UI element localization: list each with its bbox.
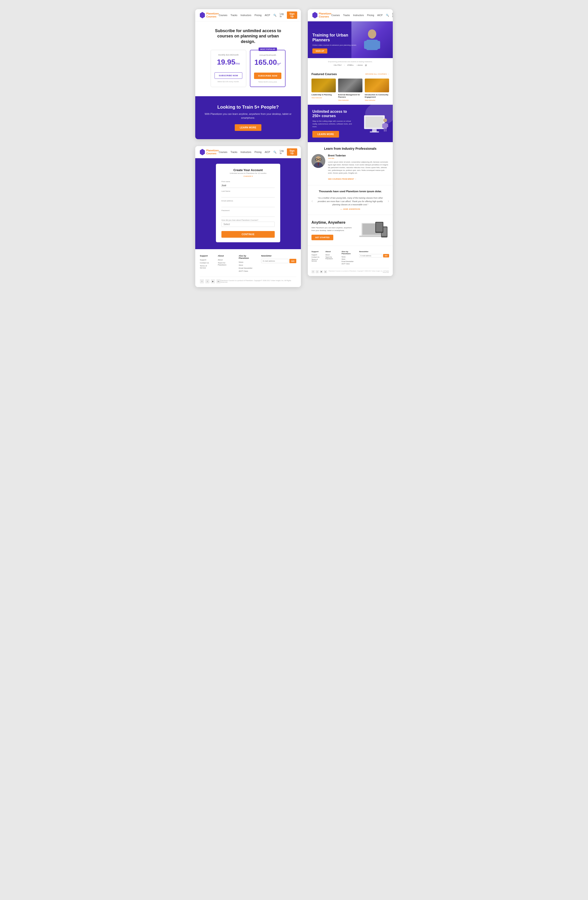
logo-2[interactable]: Planetizen Courses bbox=[200, 149, 219, 155]
linkedin-icon[interactable]: in bbox=[216, 279, 220, 283]
nav-instructors-2[interactable]: Instructors bbox=[240, 151, 251, 154]
right-footer-news-link[interactable]: News bbox=[341, 256, 355, 258]
footer-news-link[interactable]: News bbox=[239, 261, 256, 263]
how-heard-select[interactable]: Select bbox=[222, 222, 275, 227]
first-name-field: First name bbox=[222, 180, 275, 188]
right-newsletter-input[interactable] bbox=[359, 254, 382, 258]
twitter-icon[interactable]: t bbox=[205, 279, 209, 283]
logo-right[interactable]: Planetizen Courses bbox=[312, 12, 331, 19]
right-footer-support-link[interactable]: Support bbox=[312, 254, 322, 256]
email-input[interactable] bbox=[222, 203, 275, 207]
featured-courses-section: Featured Courses BROWSE ALL COURSES → Le… bbox=[308, 69, 393, 105]
unlimited-learn-more-button[interactable]: LEARN MORE bbox=[312, 131, 339, 138]
right-footer-about-link[interactable]: About bbox=[326, 254, 338, 256]
nav-pricing-2[interactable]: Pricing bbox=[254, 151, 262, 154]
right-footer-aicp-link[interactable]: AICP Class bbox=[341, 263, 355, 265]
nav-signup-button[interactable]: Sign Up bbox=[287, 11, 298, 19]
right-footer-teach-link[interactable]: Teach for Planetizen bbox=[326, 256, 338, 259]
footer-email-newsletter-link[interactable]: Email Newsletter bbox=[239, 267, 256, 269]
svg-point-8 bbox=[383, 118, 387, 122]
monthly-label: Monthly $19.95/month bbox=[214, 54, 242, 56]
footer-about-link[interactable]: About bbox=[218, 259, 234, 261]
footer-copyright: Planetizen Courses is a product of Plane… bbox=[220, 280, 296, 283]
signup-subtitle: Unlimited access to Planetizen for 12 mo… bbox=[222, 172, 275, 174]
nav-aicp-2[interactable]: AICP bbox=[265, 151, 270, 154]
newsletter-email-input[interactable] bbox=[261, 259, 289, 263]
facebook-icon[interactable]: f bbox=[200, 279, 204, 283]
right-youtube-icon[interactable]: ▶ bbox=[320, 270, 323, 273]
right-facebook-icon[interactable]: f bbox=[312, 270, 315, 273]
monthly-subscribe-button[interactable]: SUBSCRIBE NOW bbox=[214, 72, 242, 79]
course-card-1[interactable]: Leadership in Planning View Instructor bbox=[312, 79, 336, 101]
right-linkedin-icon[interactable]: in bbox=[324, 270, 327, 273]
signup-form-card: Create Your Account Unlimited access to … bbox=[216, 164, 280, 242]
footer-aicp-link[interactable]: AICP Class bbox=[239, 270, 256, 272]
footer-store-link[interactable]: Store bbox=[239, 264, 256, 266]
password-input[interactable] bbox=[222, 212, 275, 217]
nav-login-r[interactable]: Log In bbox=[392, 12, 393, 18]
right-footer-copyright: Planetizen Courses is a product of Plane… bbox=[327, 270, 389, 273]
youtube-icon[interactable]: ▶ bbox=[211, 279, 215, 283]
instructor-avatar-svg bbox=[312, 154, 325, 168]
email-label: Email address bbox=[222, 200, 275, 202]
testimonial-prev-arrow[interactable]: ‹ bbox=[312, 199, 313, 203]
nav-pricing[interactable]: Pricing bbox=[254, 14, 262, 17]
footer-support-link[interactable]: Support bbox=[200, 259, 213, 261]
nav-login-2[interactable]: Log In bbox=[280, 149, 284, 155]
nav-instructors[interactable]: Instructors bbox=[240, 14, 251, 17]
search-icon-r[interactable]: 🔍 bbox=[386, 14, 389, 17]
course-cards: Leadership in Planning View Instructor E… bbox=[312, 79, 389, 101]
newsletter-submit-button[interactable]: GO bbox=[289, 259, 296, 263]
annual-subscribe-button[interactable]: SUBSCRIBE NOW bbox=[254, 73, 281, 79]
testimonial-author: — JANE ANDERSON bbox=[315, 208, 386, 210]
social-icons: f t ▶ in bbox=[200, 279, 220, 283]
continue-button[interactable]: CONTINUE bbox=[222, 231, 275, 238]
search-icon-2[interactable]: 🔍 bbox=[273, 151, 276, 154]
nav-pricing-r[interactable]: Pricing bbox=[367, 14, 374, 17]
course-card-3[interactable]: Introduction to Community Engagement Vie… bbox=[365, 79, 389, 101]
nav-login[interactable]: Log In bbox=[280, 12, 284, 18]
right-footer-also-heading: Also by Planetizen bbox=[341, 251, 355, 254]
nav-tracks-2[interactable]: Tracks bbox=[231, 151, 237, 154]
browse-all-link[interactable]: BROWSE ALL COURSES → bbox=[365, 73, 389, 75]
nav-courses-r[interactable]: Courses bbox=[331, 14, 340, 17]
right-footer-contact-link[interactable]: Contact Us bbox=[312, 256, 322, 258]
footer-contact-link[interactable]: Contact Us bbox=[200, 262, 213, 264]
nav-aicp-r[interactable]: AICP bbox=[377, 14, 383, 17]
annual-amount: 165.00/yr* bbox=[254, 58, 281, 67]
learn-heading: Learn from Industry Professionals bbox=[312, 147, 389, 151]
search-icon[interactable]: 🔍 bbox=[273, 14, 276, 17]
inst-logo-4: ○ otenne bbox=[356, 64, 363, 66]
nav-instructors-r[interactable]: Instructors bbox=[353, 14, 364, 17]
nav-signup-button-2[interactable]: Sign Up bbox=[287, 148, 298, 156]
last-name-input[interactable] bbox=[222, 193, 275, 197]
right-footer-terms-link[interactable]: Terms of Service bbox=[312, 259, 322, 262]
right-footer-support-heading: Support bbox=[312, 251, 322, 253]
nav-tracks[interactable]: Tracks bbox=[231, 14, 237, 17]
hero-signup-button[interactable]: SIGN UP bbox=[312, 48, 327, 54]
annual-spacer bbox=[254, 68, 281, 70]
hero-section: Training for Urban Planners Online video… bbox=[308, 21, 393, 58]
right-footer-store-link[interactable]: Store bbox=[341, 258, 355, 260]
nav-aicp[interactable]: AICP bbox=[265, 14, 270, 17]
first-name-input[interactable] bbox=[222, 183, 275, 188]
see-courses-link[interactable]: SEE COURSES FROM BRENT → bbox=[328, 178, 357, 180]
right-newsletter-button[interactable]: GO bbox=[383, 254, 389, 258]
change-plan-link[interactable]: CHANGE ▾ bbox=[222, 175, 275, 177]
nav-courses[interactable]: Courses bbox=[219, 14, 227, 17]
nav-links: Courses Tracks Instructors Pricing AICP … bbox=[219, 11, 297, 19]
get-started-button[interactable]: GET STARTED bbox=[312, 235, 333, 240]
learn-more-button[interactable]: LEARN MORE bbox=[235, 124, 261, 131]
right-twitter-icon[interactable]: t bbox=[316, 270, 319, 273]
testimonial-section: Thousands have used Planetizen lorem ips… bbox=[308, 185, 393, 215]
svg-rect-1 bbox=[366, 40, 378, 50]
logo-icon-right bbox=[312, 12, 317, 19]
footer-teach-link[interactable]: Teach for Planetizen bbox=[218, 262, 234, 266]
footer-terms-link[interactable]: Terms of Service bbox=[200, 265, 213, 269]
logo[interactable]: Planetizen Courses bbox=[200, 12, 219, 19]
course-card-2[interactable]: External Management for Planners View In… bbox=[338, 79, 363, 101]
nav-courses-2[interactable]: Courses bbox=[219, 151, 227, 154]
nav-tracks-r[interactable]: Tracks bbox=[343, 14, 350, 17]
testimonial-next-arrow[interactable]: › bbox=[388, 199, 389, 203]
right-footer-email-newsletter-link[interactable]: Email Newsletter bbox=[341, 261, 355, 262]
